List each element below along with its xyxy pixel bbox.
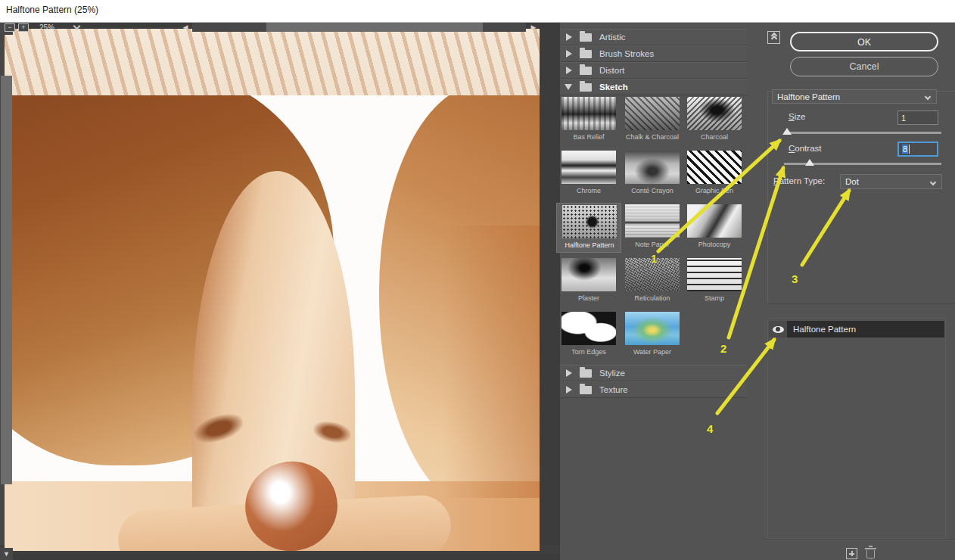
filter-select-dropdown[interactable]: Halftone Pattern bbox=[772, 89, 937, 104]
filter-thumb-reticulation[interactable]: Reticulation bbox=[620, 257, 685, 306]
cancel-button[interactable]: Cancel bbox=[790, 57, 938, 76]
filter-thumb-halftone-pattern[interactable]: Halftone Pattern bbox=[556, 203, 621, 253]
hair bbox=[5, 29, 540, 95]
thumbnail bbox=[625, 97, 680, 130]
filter-thumb-graphic-pen[interactable]: Graphic Pen bbox=[682, 149, 747, 199]
zoom-in-button[interactable]: + bbox=[18, 23, 29, 32]
folder-icon bbox=[580, 67, 592, 75]
eye-icon bbox=[773, 326, 784, 333]
size-slider-track[interactable] bbox=[784, 132, 941, 134]
filter-thumb-note-paper[interactable]: Note Paper bbox=[620, 203, 685, 253]
category-sketch[interactable]: Sketch bbox=[560, 79, 747, 95]
thumbnail bbox=[561, 258, 616, 291]
preview-frame: ▲ ▼ − + 25% ◀ ▶ bbox=[0, 23, 560, 560]
folder-icon bbox=[580, 33, 592, 42]
thumbnail bbox=[625, 258, 680, 291]
scroll-left-button[interactable]: ◀ bbox=[179, 23, 191, 32]
thumbnail bbox=[687, 97, 742, 130]
effect-layer-row[interactable]: Halftone Pattern bbox=[769, 321, 944, 338]
expand-arrow-icon bbox=[566, 67, 572, 74]
visibility-toggle[interactable] bbox=[769, 321, 787, 338]
open-folder-icon bbox=[580, 83, 592, 92]
thumbnail bbox=[561, 97, 616, 130]
filter-thumb-chalk-charcoal[interactable]: Chalk & Charcoal bbox=[620, 95, 685, 145]
window-title: Halftone Pattern (25%) bbox=[6, 5, 98, 15]
pattern-type-label: Pattern Type: bbox=[773, 176, 825, 185]
category-brush-strokes[interactable]: Brush Strokes bbox=[560, 45, 747, 62]
expand-arrow-icon bbox=[566, 386, 572, 394]
thumbnail bbox=[561, 151, 616, 184]
size-label: Size bbox=[789, 112, 805, 121]
zoom-level[interactable]: 25% bbox=[39, 23, 54, 32]
filter-category-list: Artistic Brush Strokes Distort Sketch Ba… bbox=[560, 23, 747, 560]
zoom-out-button[interactable]: − bbox=[5, 23, 15, 32]
scroll-down-button[interactable]: ▼ bbox=[0, 548, 13, 560]
new-effect-layer-button[interactable] bbox=[846, 548, 857, 559]
filter-thumb-plaster[interactable]: Plaster bbox=[556, 257, 621, 306]
size-slider-thumb[interactable] bbox=[782, 128, 792, 135]
vertical-scrollbar-thumb[interactable] bbox=[1, 76, 12, 484]
contrast-label: Contrast bbox=[789, 144, 821, 153]
collapse-panel-button[interactable] bbox=[767, 31, 780, 44]
thumbnail bbox=[687, 204, 742, 238]
folder-icon bbox=[580, 50, 592, 58]
ok-button[interactable]: OK bbox=[790, 32, 938, 51]
pattern-type-dropdown[interactable]: Dot bbox=[840, 174, 942, 189]
size-input[interactable]: 1 bbox=[897, 110, 938, 125]
filter-thumb-torn-edges[interactable]: Torn Edges bbox=[556, 310, 621, 360]
effect-layer-name: Halftone Pattern bbox=[787, 321, 944, 338]
collapse-arrow-icon bbox=[565, 84, 572, 90]
title-bar: Halftone Pattern (25%) bbox=[0, 0, 955, 23]
thumbnail bbox=[562, 205, 617, 238]
effect-layers-panel bbox=[767, 318, 946, 539]
horizontal-scrollbar-thumb[interactable] bbox=[266, 23, 483, 32]
panel-divider bbox=[763, 540, 955, 541]
expand-arrow-icon bbox=[566, 33, 572, 41]
expand-arrow-icon bbox=[566, 369, 572, 377]
thumbnail bbox=[625, 204, 680, 238]
filter-thumb-bas-relief[interactable]: Bas Relief bbox=[556, 95, 621, 145]
filter-gallery-dialog: Halftone Pattern (25%) ▲ ▼ − + 25% bbox=[0, 0, 955, 560]
thumbnail bbox=[561, 312, 616, 345]
chevron-down-icon bbox=[930, 179, 936, 185]
cheek-shading bbox=[443, 226, 540, 498]
thumbnail bbox=[625, 151, 680, 184]
category-artistic[interactable]: Artistic bbox=[560, 29, 747, 45]
thumbnail bbox=[625, 312, 680, 345]
scroll-right-button[interactable]: ▶ bbox=[527, 23, 540, 32]
folder-icon bbox=[580, 386, 592, 394]
contrast-input[interactable]: 8 bbox=[897, 142, 938, 157]
thumbnail bbox=[687, 151, 742, 184]
filter-thumb-conte-crayon[interactable]: Conté Crayon bbox=[620, 149, 685, 199]
filter-thumb-charcoal[interactable]: Charcoal bbox=[682, 95, 747, 145]
category-distort[interactable]: Distort bbox=[560, 62, 747, 79]
preview-image[interactable] bbox=[5, 29, 540, 551]
filter-thumb-stamp[interactable]: Stamp bbox=[682, 257, 747, 306]
expand-arrow-icon bbox=[566, 50, 572, 58]
delete-effect-layer-button[interactable] bbox=[866, 550, 875, 558]
chevron-down-icon bbox=[925, 94, 931, 100]
filter-thumb-water-paper[interactable]: Water Paper bbox=[620, 310, 685, 360]
filter-thumb-photocopy[interactable]: Photocopy bbox=[682, 203, 747, 253]
category-stylize[interactable]: Stylize bbox=[560, 365, 747, 381]
filter-thumb-chrome[interactable]: Chrome bbox=[556, 149, 621, 199]
thumbnail bbox=[687, 258, 742, 291]
folder-icon bbox=[580, 369, 592, 378]
contrast-slider-thumb[interactable] bbox=[805, 159, 814, 166]
vertical-scrollbar[interactable]: ▲ ▼ bbox=[0, 23, 13, 545]
category-texture[interactable]: Texture bbox=[560, 381, 747, 398]
text-caret bbox=[909, 145, 910, 154]
